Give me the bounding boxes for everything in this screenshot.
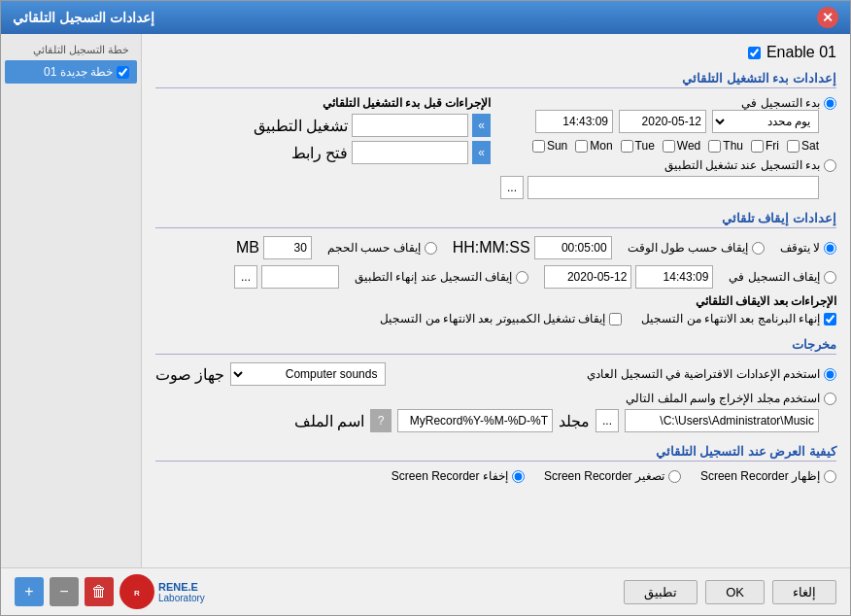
stop-by-size-radio[interactable]: [425, 242, 437, 255]
sidebar: خطة التسجيل التلقائي خطة جديدة 01: [1, 34, 142, 567]
start-option2-input-row: ...: [500, 176, 819, 199]
start-date-input[interactable]: [619, 110, 706, 133]
device-select[interactable]: Computer sounds: [230, 362, 386, 386]
day-thu-label: Thu: [723, 139, 743, 153]
logo-area: R RENE.E Laboratory: [119, 574, 205, 609]
day-fri-checkbox[interactable]: [751, 140, 764, 153]
close-button[interactable]: ✕: [817, 7, 838, 28]
output-folder-option: استخدم مجلد الإخراج واسم الملف التالي: [626, 392, 836, 405]
shutdown-checkbox[interactable]: [609, 313, 622, 325]
stop-by-time-label: إيقاف حسب طول الوقت: [628, 241, 748, 255]
start-app-input-row: ...: [500, 176, 819, 199]
exit-app-label: إنهاء البرنامج بعد الانتهاء من التسجيل: [641, 312, 820, 325]
day-tue-label: Tue: [635, 139, 655, 153]
open-link-arrow-btn[interactable]: »: [472, 141, 491, 164]
stop-option-by-time: إيقاف حسب طول الوقت: [628, 241, 765, 255]
day-type-select[interactable]: يوم محدد: [712, 110, 819, 133]
auto-stop-title: إعدادات إيقاف تلقائي: [155, 211, 836, 228]
stop-option-by-size: إيقاف حسب الحجم: [327, 241, 437, 255]
day-sat-label: Sat: [801, 139, 819, 153]
day-thu-checkbox[interactable]: [708, 140, 721, 153]
day-mon-checkbox[interactable]: [575, 140, 588, 153]
svg-text:R: R: [134, 589, 140, 598]
start-datetime-row: يوم محدد: [500, 110, 819, 133]
output-default-option: استخدم الإعدادات الافتراضية في التسجيل ا…: [587, 367, 836, 381]
start-option2-label: بدء التسجيل عند تشغيل التطبيق: [664, 158, 820, 172]
folder-input[interactable]: [625, 409, 819, 432]
display-hide-label: إخفاء Screen Recorder: [391, 469, 508, 483]
stop-time-input[interactable]: [534, 236, 612, 259]
start-time-input[interactable]: [535, 110, 613, 133]
device-label: جهاز صوت: [155, 365, 224, 384]
stop-at-time-input[interactable]: [635, 265, 713, 289]
logo-icon: R: [119, 574, 154, 609]
sidebar-item-checkbox[interactable]: [117, 66, 129, 79]
apply-button[interactable]: تطبيق: [624, 580, 698, 604]
stop-app-dots-btn[interactable]: ...: [234, 265, 257, 289]
stop-at-date-input[interactable]: [544, 265, 631, 289]
stop-option-at-time: إيقاف التسجيل في: [729, 270, 836, 284]
output-default-radio[interactable]: [824, 368, 836, 381]
day-sat: Sat: [787, 139, 819, 153]
enable-label: Enable 01: [766, 44, 836, 61]
stop-no-stop-radio[interactable]: [824, 242, 836, 255]
start-option2-radio[interactable]: [824, 159, 836, 172]
display-hide-radio[interactable]: [512, 470, 525, 483]
start-app-input[interactable]: [528, 176, 819, 199]
output-folder-radio[interactable]: [824, 393, 836, 405]
shutdown-label: إيقاف تشغيل الكمبيوتر بعد الانتهاء من ال…: [380, 312, 605, 325]
delete-plan-button[interactable]: 🗑: [85, 577, 114, 606]
output-default-label: استخدم الإعدادات الافتراضية في التسجيل ا…: [587, 367, 820, 381]
stop-app-label: إيقاف التسجيل عند إنهاء التطبيق: [355, 270, 512, 284]
stop-at-time-radio[interactable]: [824, 271, 836, 284]
exit-app-checkbox[interactable]: [824, 313, 836, 325]
start-app-dots-btn[interactable]: ...: [500, 176, 524, 199]
start-option1-row: بدء التسجيل في: [500, 96, 836, 110]
add-plan-button[interactable]: +: [15, 577, 44, 606]
run-app-arrow-btn[interactable]: »: [472, 114, 491, 137]
actions-before-col: الإجراءات قبل بدء التشغيل التلقائي » تشغ…: [155, 96, 491, 199]
run-app-row: » تشغيل التطبيق: [155, 114, 491, 137]
sidebar-item-plan[interactable]: خطة جديدة 01: [5, 60, 137, 84]
filename-help-btn[interactable]: ?: [370, 409, 391, 432]
remove-plan-button[interactable]: −: [50, 577, 79, 606]
enable-checkbox[interactable]: [748, 47, 761, 59]
footer-buttons: إلغاء OK تطبيق: [624, 580, 836, 604]
actions-before-title: الإجراءات قبل بدء التشغيل التلقائي: [155, 96, 491, 110]
dialog: ✕ إعدادات التسجيل التلقائي خطة التسجيل ا…: [0, 0, 851, 616]
footer-bar: + − 🗑 R RENE.E Laboratory إلغاء OK تطبيق: [1, 567, 850, 615]
shutdown-row: إيقاف تشغيل الكمبيوتر بعد الانتهاء من ال…: [380, 312, 622, 325]
auto-start-section: إعدادات بدء التشغيل التلقائي بدء التسجيل…: [155, 71, 836, 199]
run-app-input[interactable]: [352, 114, 468, 137]
stop-by-size-label: إيقاف حسب الحجم: [327, 241, 421, 255]
filename-input[interactable]: [397, 409, 553, 432]
day-sun-checkbox[interactable]: [532, 140, 545, 153]
stop-app-radio[interactable]: [516, 271, 528, 284]
stop-size-input-group: MB: [236, 236, 312, 259]
stop-size-unit: MB: [236, 239, 259, 257]
day-sat-checkbox[interactable]: [787, 140, 800, 153]
dialog-title: إعدادات التسجيل التلقائي: [13, 10, 154, 25]
outputs-section: مخرجات استخدم الإعدادات الافتراضية في ال…: [155, 337, 836, 432]
display-show-radio[interactable]: [824, 470, 836, 483]
folder-dots-btn[interactable]: ...: [596, 409, 619, 432]
day-thu: Thu: [708, 139, 743, 153]
display-minimize-radio[interactable]: [668, 470, 681, 483]
cancel-button[interactable]: إلغاء: [772, 580, 836, 604]
stop-option-app: إيقاف التسجيل عند إنهاء التطبيق: [355, 270, 528, 284]
after-stop-actions: إنهاء البرنامج بعد الانتهاء من التسجيل إ…: [155, 312, 836, 325]
stop-options-row1: لا يتوقف إيقاف حسب طول الوقت HH:MM:SS إي…: [155, 236, 836, 259]
day-wed-checkbox[interactable]: [663, 140, 675, 153]
open-link-row: » فتح رابط: [155, 141, 491, 164]
day-tue-checkbox[interactable]: [621, 140, 633, 153]
start-option2-row: بدء التسجيل عند تشغيل التطبيق: [500, 158, 836, 172]
output-folder-label: استخدم مجلد الإخراج واسم الملف التالي: [626, 392, 820, 405]
start-option1-radio[interactable]: [824, 97, 836, 110]
stop-size-input[interactable]: [263, 236, 312, 259]
stop-by-time-radio[interactable]: [752, 242, 765, 255]
start-option1-label: بدء التسجيل في: [741, 96, 820, 110]
open-link-input[interactable]: [352, 141, 468, 164]
day-wed-label: Wed: [677, 139, 700, 153]
stop-app-input[interactable]: [261, 265, 339, 289]
ok-button[interactable]: OK: [705, 580, 765, 604]
